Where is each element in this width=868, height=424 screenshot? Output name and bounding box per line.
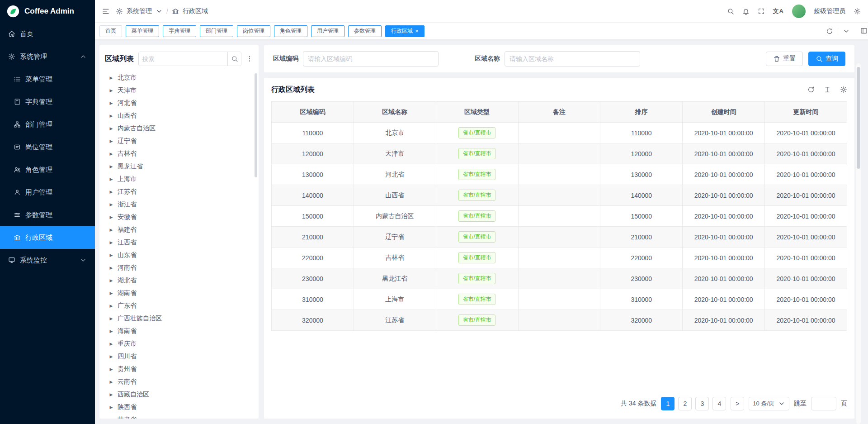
- sidebar-item-role-mgmt[interactable]: 角色管理: [0, 158, 95, 181]
- page-button[interactable]: 4: [712, 397, 726, 410]
- next-page-button[interactable]: >: [731, 397, 744, 410]
- caret-right-icon[interactable]: ▶: [108, 329, 114, 333]
- caret-right-icon[interactable]: ▶: [108, 114, 114, 118]
- table-row[interactable]: 150000 内蒙古自治区 省市/直辖市 150000 2020-10-01 0…: [272, 206, 847, 227]
- tree-item[interactable]: ▶ 甘肃省: [105, 414, 253, 419]
- table-row[interactable]: 140000 山西省 省市/直辖市 140000 2020-10-01 00:0…: [272, 185, 847, 206]
- row-height-icon[interactable]: [824, 86, 831, 93]
- caret-right-icon[interactable]: ▶: [108, 215, 114, 219]
- tab[interactable]: 用户管理 ×: [311, 25, 344, 37]
- column-header[interactable]: 区域编码: [272, 102, 354, 123]
- caret-right-icon[interactable]: ▶: [108, 418, 114, 419]
- column-header[interactable]: 创建时间: [683, 102, 765, 123]
- page-scrollbar[interactable]: [856, 63, 861, 424]
- tree-item[interactable]: ▶ 上海市: [105, 173, 253, 186]
- sidebar-item-system[interactable]: 系统管理: [0, 45, 95, 68]
- tree-item[interactable]: ▶ 福建省: [105, 224, 253, 236]
- caret-right-icon[interactable]: ▶: [108, 316, 114, 321]
- sidebar-item-dict-mgmt[interactable]: 字典管理: [0, 91, 95, 113]
- sidebar-item-menu-mgmt[interactable]: 菜单管理: [0, 68, 95, 91]
- column-header[interactable]: 备注: [518, 102, 600, 123]
- table-row[interactable]: 230000 黑龙江省 省市/直辖市 230000 2020-10-01 00:…: [272, 268, 847, 289]
- tree-item[interactable]: ▶ 山西省: [105, 110, 253, 122]
- caret-right-icon[interactable]: ▶: [108, 228, 114, 232]
- tree-item[interactable]: ▶ 黑龙江省: [105, 160, 253, 173]
- tree-search-input[interactable]: [139, 52, 227, 66]
- caret-right-icon[interactable]: ▶: [108, 190, 114, 194]
- caret-right-icon[interactable]: ▶: [108, 139, 114, 143]
- scrollbar-thumb[interactable]: [857, 67, 860, 169]
- tree-item[interactable]: ▶ 海南省: [105, 325, 253, 338]
- tree-item[interactable]: ▶ 广东省: [105, 300, 253, 312]
- tree-item[interactable]: ▶ 河南省: [105, 262, 253, 274]
- column-header[interactable]: 区域类型: [436, 102, 518, 123]
- table-row[interactable]: 130000 河北省 省市/直辖市 130000 2020-10-01 00:0…: [272, 164, 847, 185]
- sidebar-item-home[interactable]: 首页: [0, 23, 95, 45]
- chevron-down-icon[interactable]: [156, 8, 163, 15]
- tab[interactable]: 角色管理 ×: [274, 25, 307, 37]
- breadcrumb-level1[interactable]: 系统管理: [127, 7, 152, 15]
- column-header[interactable]: 区域名称: [354, 102, 436, 123]
- table-row[interactable]: 220000 吉林省 省市/直辖市 220000 2020-10-01 00:0…: [272, 248, 847, 268]
- table-row[interactable]: 310000 上海市 省市/直辖市 310000 2020-10-01 00:0…: [272, 289, 847, 310]
- username[interactable]: 超级管理员: [814, 7, 845, 15]
- tree-item[interactable]: ▶ 湖南省: [105, 287, 253, 300]
- close-icon[interactable]: ×: [415, 28, 419, 34]
- caret-right-icon[interactable]: ▶: [108, 88, 114, 93]
- caret-right-icon[interactable]: ▶: [108, 405, 114, 410]
- caret-right-icon[interactable]: ▶: [108, 177, 114, 181]
- search-icon[interactable]: [227, 52, 241, 66]
- name-input[interactable]: [505, 51, 640, 67]
- search-button[interactable]: 查询: [808, 52, 845, 66]
- collapse-sidebar-icon[interactable]: [102, 8, 109, 15]
- page-button[interactable]: 1: [661, 397, 675, 410]
- tab[interactable]: 首页 ×: [99, 25, 122, 37]
- tab[interactable]: 参数管理 ×: [348, 25, 382, 37]
- caret-right-icon[interactable]: ▶: [108, 342, 114, 346]
- more-options-icon[interactable]: [246, 55, 253, 62]
- caret-right-icon[interactable]: ▶: [108, 367, 114, 372]
- tab[interactable]: 岗位管理 ×: [237, 25, 270, 37]
- caret-right-icon[interactable]: ▶: [108, 266, 114, 270]
- caret-right-icon[interactable]: ▶: [108, 164, 114, 169]
- tree-item[interactable]: ▶ 贵州省: [105, 363, 253, 376]
- bell-icon[interactable]: [742, 8, 750, 15]
- tree-item[interactable]: ▶ 四川省: [105, 350, 253, 363]
- app-logo[interactable]: Coffee Admin: [0, 0, 95, 23]
- caret-right-icon[interactable]: ▶: [108, 202, 114, 207]
- sidebar-item-dept-mgmt[interactable]: 部门管理: [0, 113, 95, 136]
- sidebar-item-post-mgmt[interactable]: 岗位管理: [0, 136, 95, 158]
- refresh-icon[interactable]: [807, 86, 815, 93]
- caret-right-icon[interactable]: ▶: [108, 354, 114, 359]
- caret-right-icon[interactable]: ▶: [108, 291, 114, 295]
- sidebar-item-region[interactable]: 行政区域: [0, 226, 95, 249]
- column-settings-icon[interactable]: [840, 86, 847, 93]
- tree-item[interactable]: ▶ 吉林省: [105, 148, 253, 160]
- sidebar-item-param-mgmt[interactable]: 参数管理: [0, 204, 95, 226]
- tree-item[interactable]: ▶ 北京市: [105, 71, 253, 84]
- tree-item[interactable]: ▶ 江苏省: [105, 186, 253, 198]
- jump-input[interactable]: [811, 397, 836, 410]
- tree-item[interactable]: ▶ 湖北省: [105, 274, 253, 287]
- layout-icon[interactable]: [860, 27, 868, 34]
- caret-right-icon[interactable]: ▶: [108, 392, 114, 397]
- caret-right-icon[interactable]: ▶: [108, 253, 114, 257]
- caret-right-icon[interactable]: ▶: [108, 304, 114, 308]
- avatar[interactable]: [792, 5, 806, 18]
- caret-right-icon[interactable]: ▶: [108, 101, 114, 105]
- tree-item[interactable]: ▶ 安徽省: [105, 211, 253, 224]
- tree-item[interactable]: ▶ 天津市: [105, 84, 253, 97]
- tree-scrollbar[interactable]: [255, 73, 257, 177]
- code-input[interactable]: [303, 51, 439, 67]
- search-icon[interactable]: [727, 8, 734, 15]
- caret-right-icon[interactable]: ▶: [108, 240, 114, 245]
- chevron-down-icon[interactable]: [843, 28, 850, 35]
- reset-button[interactable]: 重置: [766, 52, 803, 66]
- caret-right-icon[interactable]: ▶: [108, 76, 114, 80]
- tree-item[interactable]: ▶ 内蒙古自治区: [105, 122, 253, 135]
- tree-item[interactable]: ▶ 广西壮族自治区: [105, 312, 253, 325]
- tab[interactable]: 部门管理 ×: [200, 25, 233, 37]
- caret-right-icon[interactable]: ▶: [108, 126, 114, 131]
- caret-right-icon[interactable]: ▶: [108, 380, 114, 384]
- tab[interactable]: 行政区域 ×: [385, 25, 425, 37]
